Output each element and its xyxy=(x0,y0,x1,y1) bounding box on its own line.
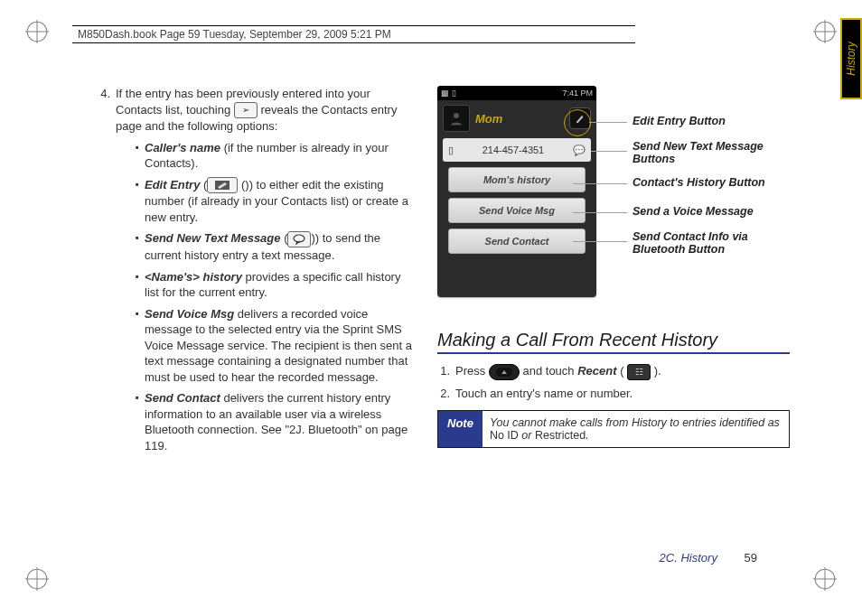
right-column: ▩ ▯ 7:41 PM Mom ▯ 214-457-4351 💬 Mo xyxy=(437,86,790,465)
bullet-send-text: Send New Text Message ()) to send the cu… xyxy=(136,230,416,263)
crop-mark-icon xyxy=(25,567,49,591)
step-text: If the entry has been previously entered… xyxy=(116,86,416,460)
phone-number: 214-457-4351 xyxy=(483,145,545,155)
crop-mark-icon xyxy=(813,567,837,591)
phone-item-history[interactable]: Mom's history xyxy=(448,167,586,192)
crop-mark-icon xyxy=(813,20,837,43)
step-number: 1. xyxy=(437,363,450,380)
speech-bubble-icon xyxy=(287,231,311,247)
step-text: Touch an entry's name or number. xyxy=(455,386,632,402)
callout-send-text: Send New Text Message Buttons xyxy=(632,140,795,165)
leader-line xyxy=(573,241,627,242)
page-number: 59 xyxy=(745,551,757,565)
note-label: Note xyxy=(438,411,483,447)
bullet-name-history: <Name's> history provides a specific cal… xyxy=(136,269,416,301)
svg-point-13 xyxy=(294,235,305,242)
signal-icon: ▩ ▯ xyxy=(441,89,456,98)
section-heading: Making a Call From Recent History xyxy=(437,330,790,354)
highlight-ring-icon xyxy=(564,109,591,136)
bullet-send-contact: Send Contact delivers the current histor… xyxy=(136,390,416,453)
bullet-send-voice: Send Voice Msg delivers a recorded voice… xyxy=(136,306,416,386)
mobile-icon: ▯ xyxy=(448,145,454,156)
phone-clock: 7:41 PM xyxy=(562,89,593,98)
bullet-edit-entry: Edit Entry ( ()) to either edit the exis… xyxy=(136,177,416,226)
note-box: Note You cannot make calls from History … xyxy=(437,410,790,448)
callout-voice: Send a Voice Message xyxy=(632,205,795,218)
left-column: 4. If the entry has been previously ente… xyxy=(98,86,416,465)
contact-title: Mom xyxy=(475,112,564,126)
section-tab-history: History xyxy=(840,18,862,99)
print-header: M850Dash.book Page 59 Tuesday, September… xyxy=(72,25,635,43)
phone-item-contact[interactable]: Send Contact xyxy=(448,229,586,254)
home-key-icon xyxy=(489,364,520,380)
callout-edit-entry: Edit Entry Button xyxy=(632,115,795,127)
speech-bubble-icon[interactable]: 💬 xyxy=(573,145,586,156)
callout-send-contact: Send Contact Info via Bluetooth Button xyxy=(632,230,795,256)
crop-mark-icon xyxy=(25,20,49,43)
footer-section: 2C. History xyxy=(660,551,717,565)
avatar-icon xyxy=(443,105,470,132)
expand-arrow-icon: ➢ xyxy=(234,102,258,118)
leader-line xyxy=(591,151,627,152)
step-number: 4. xyxy=(98,86,110,460)
page-footer: 2C. History 59 xyxy=(660,551,757,565)
phone-status-bar: ▩ ▯ 7:41 PM xyxy=(437,86,596,100)
step-text: Press and touch Recent ( ☷ ). xyxy=(455,363,661,380)
bullet-callers-name: Caller's name (if the number is already … xyxy=(136,140,416,172)
phone-item-voice[interactable]: Send Voice Msg xyxy=(448,198,586,223)
leader-line xyxy=(573,183,627,184)
leader-line xyxy=(589,122,627,123)
note-body: You cannot make calls from History to en… xyxy=(483,411,789,447)
svg-point-14 xyxy=(454,113,459,118)
pencil-icon xyxy=(207,177,238,193)
callout-history: Contact's History Button xyxy=(632,176,795,189)
phone-number-row[interactable]: ▯ 214-457-4351 💬 xyxy=(443,138,591,162)
recent-tab-icon: ☷ xyxy=(627,364,651,380)
leader-line xyxy=(573,212,627,213)
step-number: 2. xyxy=(437,386,450,402)
